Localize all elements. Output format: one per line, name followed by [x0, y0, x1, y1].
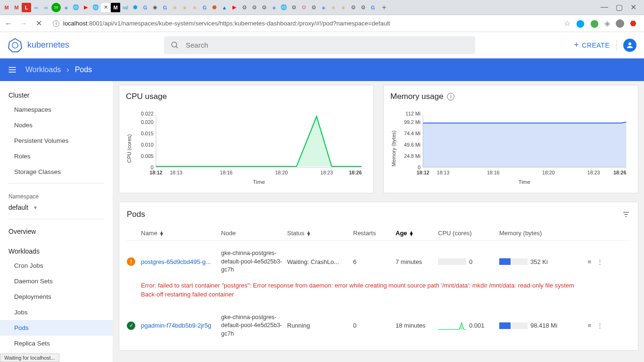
logs-icon[interactable]: ≡ — [587, 322, 591, 329]
tab-globe-2[interactable]: 🌐 — [91, 3, 100, 12]
tab-k8s[interactable]: ⎈ — [61, 3, 71, 12]
plus-icon: + — [574, 40, 579, 50]
pod-error-message: Error: failed to start container "postgr… — [127, 279, 630, 305]
sidebar-item-namespaces[interactable]: Namespaces — [0, 102, 113, 117]
tab-bug[interactable]: ⊙ — [299, 3, 308, 12]
tab-azure[interactable]: ▲ — [220, 3, 229, 12]
sidebar-item-persistent-volumes[interactable]: Persistent Volumes — [0, 133, 113, 148]
sidebar-divider-2 — [8, 219, 104, 219]
tab-google-2[interactable]: G — [160, 3, 170, 12]
cpu-bar — [438, 258, 466, 265]
sidebar-item-nodes[interactable]: Nodes — [0, 117, 113, 133]
tab-l[interactable]: L — [22, 3, 31, 12]
filter-icon[interactable] — [622, 210, 630, 219]
sidebar-item-roles[interactable]: Roles — [0, 148, 113, 164]
svg-text:0: 0 — [418, 165, 421, 170]
tab-so-3[interactable]: ≡ — [190, 3, 199, 12]
pod-restarts: 6 — [353, 258, 396, 265]
sidebar-item-storage-classes[interactable]: Storage Classes — [0, 164, 113, 180]
tab-loop-2[interactable]: ∞ — [41, 3, 51, 12]
th-status[interactable]: Status▲▼ — [287, 230, 353, 237]
th-name[interactable]: Name▲▼ — [141, 230, 221, 237]
more-icon[interactable]: ⋮ — [597, 258, 603, 265]
tab-gh-5[interactable]: ⊙ — [309, 3, 318, 12]
site-info-icon[interactable]: i — [53, 20, 59, 27]
search-input[interactable] — [186, 41, 469, 49]
tab-so-4[interactable]: ≡ — [329, 3, 338, 12]
pod-restarts: 0 — [353, 322, 396, 329]
star-icon[interactable]: ☆ — [564, 19, 570, 28]
create-button[interactable]: + CREATE — [574, 40, 610, 50]
sidebar-item-jobs[interactable]: Jobs — [0, 304, 113, 320]
tab-globe[interactable]: 🌐 — [71, 3, 81, 12]
tab-gh[interactable]: ⊙ — [239, 3, 249, 12]
sidebar-section-workloads[interactable]: Workloads — [0, 243, 113, 258]
ext-3[interactable]: ◈ — [604, 19, 610, 28]
tab-gh-6[interactable]: ⊙ — [348, 3, 358, 12]
th-age[interactable]: Age▲▼ — [396, 230, 438, 237]
tab-shield[interactable]: ⬢ — [131, 3, 140, 12]
forward-button[interactable]: → — [19, 19, 28, 28]
menu-icon[interactable] — [8, 65, 17, 74]
tab-so-5[interactable]: ≡ — [339, 3, 348, 12]
tab-gh-2[interactable]: ⊙ — [249, 3, 259, 12]
sidebar-item-cron-jobs[interactable]: Cron Jobs — [0, 258, 113, 273]
ext-1[interactable]: ⬤ — [576, 19, 585, 28]
th-node: Node — [221, 230, 287, 237]
sidebar-section-overview[interactable]: Overview — [0, 223, 113, 238]
tab-orange[interactable]: ⬣ — [210, 3, 219, 12]
sidebar-item-pods[interactable]: Pods — [0, 320, 113, 336]
user-avatar-icon[interactable] — [623, 39, 636, 52]
tab-gh-3[interactable]: ⊙ — [259, 3, 269, 12]
th-cpu: CPU (cores) — [438, 230, 499, 237]
minimize-button[interactable]: — — [601, 3, 608, 12]
tab-gmail[interactable]: M — [2, 3, 11, 12]
tab-google-3[interactable]: G — [200, 3, 209, 12]
cpu-chart-card: CPU usage CPU (cores) 0.022 0.020 0.015 … — [119, 85, 374, 193]
tab-youtube-2[interactable]: ▶ — [230, 3, 239, 12]
tab-gh-4[interactable]: ⊙ — [289, 3, 298, 12]
tab-m[interactable]: M — [111, 3, 120, 12]
pod-name-link[interactable]: postgres-65d9cbd495-g... — [141, 258, 221, 265]
charts-row: CPU usage CPU (cores) 0.022 0.020 0.015 … — [119, 85, 638, 193]
back-button[interactable]: ← — [4, 19, 13, 28]
stop-button[interactable]: ✕ — [34, 19, 43, 28]
tab-google-4[interactable]: G — [368, 3, 378, 12]
tab-k8s-3[interactable]: ⎈ — [319, 3, 328, 12]
svg-line-3 — [176, 46, 178, 48]
tab-green[interactable]: 10 — [51, 3, 61, 12]
tab-so[interactable]: ≡ — [170, 3, 180, 12]
profile-icon[interactable] — [616, 19, 624, 28]
sidebar-item-replica-sets[interactable]: Replica Sets — [0, 336, 113, 351]
tab-active[interactable]: ✕ — [101, 3, 110, 12]
maximize-button[interactable]: ▢ — [616, 3, 623, 12]
new-tab-button[interactable]: + — [378, 3, 390, 12]
tab-gh-7[interactable]: ⊙ — [358, 3, 368, 12]
pod-name-link[interactable]: pgadmin-f74bdb5b9-2jr5g — [141, 322, 221, 329]
sidebar-item-deployments[interactable]: Deployments — [0, 289, 113, 304]
tab-k8s-2[interactable]: ⎈ — [269, 3, 279, 12]
tab-google[interactable]: G — [140, 3, 150, 12]
tab-loop[interactable]: ∞ — [32, 3, 41, 12]
breadcrumb: Workloads › Pods — [25, 66, 92, 74]
tab-circle[interactable]: ◉ — [150, 3, 160, 12]
logs-icon[interactable]: ≡ — [587, 258, 591, 265]
info-icon[interactable]: i — [447, 93, 454, 100]
tab-youtube[interactable]: ▶ — [81, 3, 91, 12]
namespace-select[interactable]: default ▼ — [0, 202, 113, 215]
url-bar[interactable]: i localhost:8001/api/v1/namespaces/kube-… — [49, 17, 558, 30]
tab-sql[interactable]: sql — [121, 3, 130, 12]
breadcrumb-parent[interactable]: Workloads — [25, 66, 61, 74]
close-window-button[interactable]: ✕ — [630, 3, 636, 12]
pod-status: Waiting: CrashLo... — [287, 258, 353, 265]
ext-2[interactable]: ⬤ — [590, 19, 599, 28]
tab-so-2[interactable]: ≡ — [180, 3, 190, 12]
kubernetes-logo-icon — [8, 38, 23, 53]
sidebar-item-daemon-sets[interactable]: Daemon Sets — [0, 273, 113, 289]
ext-4[interactable]: ⬣ — [630, 19, 636, 28]
tab-gmail-2[interactable]: M — [12, 3, 21, 12]
tab-globe-3[interactable]: 🌐 — [279, 3, 289, 12]
more-icon[interactable]: ⋮ — [597, 322, 603, 329]
pod-memory: 352 Ki — [499, 258, 575, 265]
search-box[interactable] — [164, 36, 475, 54]
